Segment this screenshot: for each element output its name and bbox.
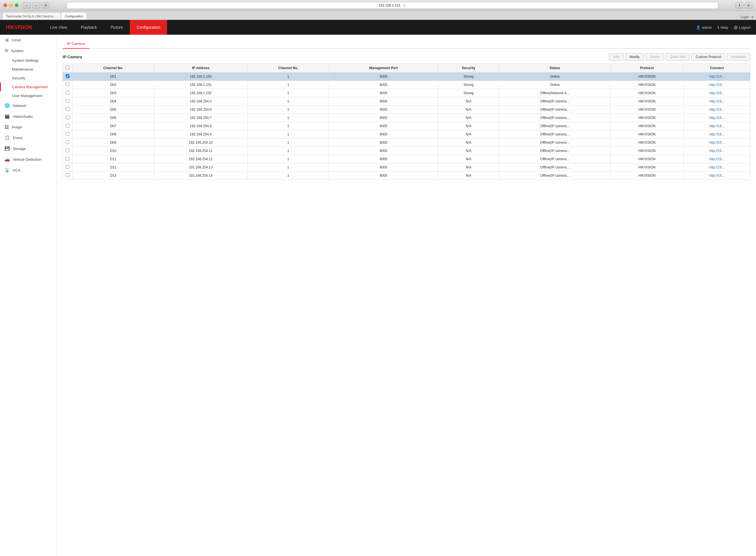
row-connect[interactable]: http://19... xyxy=(683,81,750,89)
row-checkbox[interactable] xyxy=(66,140,69,144)
login-link[interactable]: Login xyxy=(740,15,749,19)
admin-link[interactable]: 👤 admin xyxy=(696,25,712,30)
sidebar-item-event[interactable]: 📋 Event xyxy=(0,132,57,143)
row-connect[interactable]: http://19... xyxy=(683,155,750,163)
select-all-checkbox[interactable] xyxy=(66,66,69,69)
row-channel: D12 xyxy=(73,163,154,172)
table-row[interactable]: D10 192.168.254.11 1 8000 N/A Offline(IP… xyxy=(63,147,750,155)
mac-window-controls[interactable] xyxy=(3,3,19,7)
logo: HIKVISION xyxy=(6,25,32,30)
sidebar-item-video-audio[interactable]: 🎬 Video/Audio xyxy=(0,111,57,122)
custom-protocol-button[interactable]: Custom Protocol xyxy=(691,53,725,61)
help-link[interactable]: ℹ Help xyxy=(718,25,728,30)
minimize-button[interactable] xyxy=(9,3,13,7)
row-connect[interactable]: http://19... xyxy=(683,139,750,147)
table-row[interactable]: D05 192.168.254.6 1 8000 N/A Offline(IP … xyxy=(63,106,750,114)
row-checkbox[interactable] xyxy=(66,148,69,152)
sidebar-item-user-management[interactable]: User Management xyxy=(0,91,57,100)
maximize-button[interactable] xyxy=(15,3,19,7)
nav-configuration[interactable]: Configuration xyxy=(130,20,167,35)
row-checkbox[interactable] xyxy=(66,74,69,78)
table-row[interactable]: D07 192.168.254.8 1 8000 N/A Offline(IP … xyxy=(63,122,750,130)
forward-button[interactable]: › xyxy=(32,2,40,8)
sidebar-item-system-settings[interactable]: System Settings xyxy=(0,56,57,65)
quick-add-button[interactable]: Quick Add xyxy=(666,53,690,61)
table-row[interactable]: D08 192.168.254.4 1 8000 N/A Offline(IP … xyxy=(63,130,750,139)
row-checkbox[interactable] xyxy=(66,173,69,177)
sidebar: 🖥 Local ⚙ System System Settings Mainten… xyxy=(0,35,57,556)
table-row[interactable]: D03 192.168.1.152 1 8000 Strong Offline(… xyxy=(63,89,750,97)
row-channel2: 1 xyxy=(247,114,329,122)
sidebar-item-security[interactable]: Security xyxy=(0,74,57,82)
table-row[interactable]: D02 192.168.1.151 1 8000 Strong Online H… xyxy=(63,81,750,89)
close-button[interactable] xyxy=(3,3,7,7)
row-checkbox[interactable] xyxy=(66,115,69,119)
row-checkbox[interactable] xyxy=(66,132,69,136)
row-connect[interactable]: http://19... xyxy=(683,130,750,139)
row-port: 8000 xyxy=(329,130,438,139)
nav-playback[interactable]: Playback xyxy=(74,20,104,35)
row-connect[interactable]: http://19... xyxy=(683,147,750,155)
sidebar-item-maintenance[interactable]: Maintenance xyxy=(0,65,57,74)
nav-picture[interactable]: Picture xyxy=(104,20,130,35)
row-connect[interactable]: http://19... xyxy=(683,163,750,172)
new-tab-icon[interactable]: + xyxy=(751,14,754,20)
header-ip-address: IP Address xyxy=(154,64,248,73)
table-row[interactable]: D06 192.168.254.7 1 8000 N/A Offline(IP … xyxy=(63,114,750,122)
row-port: 8000 xyxy=(329,97,438,106)
row-status: Offline(IP camera... xyxy=(499,172,611,180)
table-row[interactable]: D11 192.168.254.12 1 8000 N/A Offline(IP… xyxy=(63,155,750,163)
sidebar-item-camera-management[interactable]: Camera Management xyxy=(0,82,57,91)
row-ip: 192.168.254.2 xyxy=(154,97,248,106)
sidebar-item-image[interactable]: 🖼 Image xyxy=(0,122,57,132)
row-connect[interactable]: http://19... xyxy=(683,114,750,122)
activation-button[interactable]: Activation xyxy=(727,53,750,61)
new-tab-button[interactable]: ⧉ xyxy=(745,2,753,8)
row-connect[interactable]: http://19... xyxy=(683,106,750,114)
sidebar-item-storage[interactable]: 💾 Storage xyxy=(0,143,57,154)
tab-ip-camera[interactable]: IP Camera xyxy=(63,39,90,49)
logout-link[interactable]: ⏻ Logout xyxy=(734,25,750,30)
row-connect[interactable]: http://19... xyxy=(683,172,750,180)
row-port: 8000 xyxy=(329,172,438,180)
delete-button[interactable]: Delete xyxy=(646,53,664,61)
row-connect[interactable]: http://19... xyxy=(683,97,750,106)
table-row[interactable]: D09 192.168.254.10 1 8000 N/A Offline(IP… xyxy=(63,139,750,147)
row-checkbox[interactable] xyxy=(66,165,69,169)
sidebar-item-vehicle-detection[interactable]: 🚗 Vehicle Detection xyxy=(0,154,57,165)
row-protocol: HIKVISION xyxy=(610,97,683,106)
layout-button[interactable]: ⊞ xyxy=(41,2,49,8)
table-row[interactable]: D12 192.168.254.13 1 8000 N/A Offline(IP… xyxy=(63,163,750,172)
mac-nav-buttons[interactable]: ‹ › xyxy=(23,2,40,8)
share-button[interactable]: ⬆ xyxy=(735,2,743,8)
add-button[interactable]: Add xyxy=(609,53,623,61)
row-connect[interactable]: http://19... xyxy=(683,122,750,130)
sidebar-item-vca[interactable]: 📡 VCA xyxy=(0,165,57,176)
row-connect[interactable]: http://19... xyxy=(683,89,750,97)
url-bar[interactable]: 192.168.1.101 ↻ xyxy=(67,2,718,9)
modify-button[interactable]: Modify xyxy=(625,53,644,61)
browser-tab-2[interactable]: Configuration xyxy=(61,12,87,20)
sidebar-label-video-audio: Video/Audio xyxy=(13,114,33,119)
browser-tab-1[interactable]: Taskmaster S4 Ep 6 | Me! Giedroyc Pushed… xyxy=(2,12,61,20)
row-ip: 192.168.254.14 xyxy=(154,172,248,180)
sidebar-item-network[interactable]: 🌐 Network xyxy=(0,100,57,111)
back-button[interactable]: ‹ xyxy=(23,2,31,8)
reload-icon[interactable]: ↻ xyxy=(403,3,406,8)
table-row[interactable]: D01 192.168.1.150 1 8000 Strong Online H… xyxy=(63,73,750,81)
sidebar-item-system[interactable]: ⚙ System xyxy=(0,45,57,56)
nav-live-view[interactable]: Live View xyxy=(43,20,74,35)
row-checkbox[interactable] xyxy=(66,82,69,86)
row-checkbox[interactable] xyxy=(66,124,69,128)
logout-icon: ⏻ xyxy=(734,25,737,30)
row-protocol: HIKVISION xyxy=(610,147,683,155)
row-connect[interactable]: http://19... xyxy=(683,73,750,81)
row-ip: 192.168.1.150 xyxy=(154,73,248,81)
row-checkbox[interactable] xyxy=(66,99,69,103)
table-row[interactable]: D04 192.168.254.2 1 8000 N/A Offline(IP … xyxy=(63,97,750,106)
row-checkbox[interactable] xyxy=(66,91,69,95)
row-checkbox[interactable] xyxy=(66,107,69,111)
row-checkbox[interactable] xyxy=(66,157,69,161)
table-row[interactable]: D13 192.168.254.14 1 8000 N/A Offline(IP… xyxy=(63,172,750,180)
sidebar-item-local[interactable]: 🖥 Local xyxy=(0,35,57,45)
